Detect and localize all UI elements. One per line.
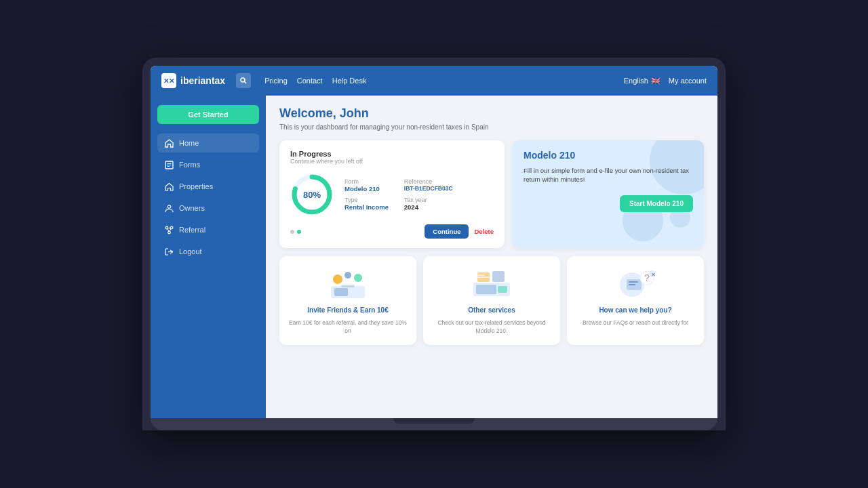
referral-icon	[164, 225, 174, 235]
delete-button[interactable]: Delete	[474, 228, 494, 235]
sidebar-referral-label: Referral	[179, 226, 205, 234]
sidebar: Get Started Home	[151, 96, 266, 418]
help-illustration: ? ✕	[612, 266, 659, 301]
sidebar-properties-label: Properties	[179, 182, 213, 190]
sidebar-forms-label: Forms	[179, 161, 200, 169]
help-card: ? ✕ How can we help you? Browse our FAQs…	[567, 256, 704, 345]
card-actions: Continue Delete	[290, 224, 494, 239]
svg-rect-19	[334, 288, 348, 296]
search-button[interactable]	[236, 73, 251, 88]
svg-line-1	[245, 82, 247, 84]
svg-point-8	[170, 226, 173, 229]
status-sublabel: Continue where you left off	[290, 158, 494, 165]
language-selector[interactable]: English 🇬🇧	[624, 77, 660, 85]
nav-pricing[interactable]: Pricing	[264, 77, 288, 85]
svg-line-11	[167, 228, 169, 231]
in-progress-card: In Progress Continue where you left off	[279, 140, 505, 248]
type-detail: Type Rental Income	[344, 197, 393, 211]
nav-links: Pricing Contact Help Desk	[264, 77, 366, 85]
my-account-button[interactable]: My account	[669, 77, 707, 85]
owners-icon	[164, 203, 174, 213]
svg-text:✕: ✕	[651, 272, 656, 278]
bottom-cards-row: Invite Friends & Earn 10€ Earn 10€ for e…	[279, 256, 704, 345]
sidebar-item-logout[interactable]: Logout	[157, 242, 259, 261]
svg-text:?: ?	[644, 272, 650, 283]
referral-card-title: Invite Friends & Earn 10€	[307, 306, 389, 314]
logo: ✕✕ iberiantax	[161, 73, 225, 88]
services-card: Other services Check out our tax-related…	[423, 256, 560, 345]
svg-line-12	[170, 228, 171, 231]
main-content: Welcome, John This is your dashboard for…	[266, 96, 717, 418]
progress-row: 80% Form Modelo 210 Reference	[290, 173, 494, 216]
nav-contact[interactable]: Contact	[297, 77, 323, 85]
help-card-desc: Browse our FAQs or reach out directly fo…	[583, 319, 688, 327]
continue-button[interactable]: Continue	[425, 224, 469, 239]
svg-point-20	[333, 274, 342, 284]
header-right: English 🇬🇧 My account	[624, 77, 707, 85]
sidebar-item-forms[interactable]: Forms	[157, 155, 259, 174]
circular-progress: 80%	[290, 173, 334, 216]
sidebar-home-label: Home	[179, 139, 199, 147]
svg-rect-34	[629, 284, 635, 285]
svg-rect-33	[629, 281, 638, 283]
app-header: ✕✕ iberiantax Pricing Contact Help Desk	[151, 66, 717, 96]
progress-percent: 80%	[303, 190, 321, 200]
svg-rect-28	[492, 271, 505, 282]
tax-year-detail: Tax year 2024	[404, 197, 453, 211]
referral-illustration	[324, 266, 372, 301]
sidebar-item-owners[interactable]: Owners	[157, 199, 259, 218]
lang-label: English	[624, 77, 648, 85]
svg-rect-22	[341, 285, 355, 287]
sidebar-owners-label: Owners	[179, 204, 205, 212]
dot-1	[290, 230, 294, 234]
sidebar-item-referral[interactable]: Referral	[157, 220, 259, 239]
svg-rect-26	[498, 286, 507, 293]
start-modelo-button[interactable]: Start Modelo 210	[620, 195, 693, 212]
sidebar-item-properties[interactable]: Properties	[157, 177, 259, 196]
svg-point-6	[167, 205, 170, 207]
referral-card: Invite Friends & Earn 10€ Earn 10€ for e…	[279, 256, 416, 345]
logo-text: iberiantax	[180, 75, 225, 86]
modelo-card: Modelo 210 Fill in our simple form and e…	[513, 140, 704, 248]
svg-point-23	[344, 272, 351, 279]
forms-icon	[164, 160, 174, 169]
main-layout: Get Started Home	[151, 96, 717, 418]
nav-helpdesk[interactable]: Help Desk	[332, 77, 367, 85]
logo-icon: ✕✕	[161, 73, 176, 88]
dot-indicators	[290, 230, 301, 234]
svg-point-21	[354, 274, 362, 282]
form-label-text: Form Modelo 210	[344, 178, 393, 192]
home-icon	[164, 138, 174, 148]
flag-icon: 🇬🇧	[651, 77, 660, 85]
logout-icon	[164, 247, 174, 256]
modelo-desc: Fill in our simple form and e-file your …	[524, 166, 693, 184]
svg-point-0	[241, 78, 245, 82]
welcome-subtitle: This is your dashboard for managing your…	[279, 123, 704, 131]
properties-icon	[164, 182, 174, 191]
referral-card-desc: Earn 10€ for each referral, and they sav…	[288, 319, 408, 336]
get-started-button[interactable]: Get Started	[157, 105, 259, 124]
dot-2	[297, 230, 301, 234]
services-card-desc: Check out our tax-related services beyon…	[431, 319, 552, 336]
welcome-title: Welcome, John	[279, 106, 704, 121]
svg-point-9	[167, 231, 170, 234]
reference-detail: Reference IBT-B1EDCFB03C	[404, 178, 453, 192]
sidebar-item-home[interactable]: Home	[157, 134, 259, 152]
status-label: In Progress	[290, 150, 494, 158]
sidebar-logout-label: Logout	[179, 247, 202, 256]
form-details: Form Modelo 210 Reference IBT-B1EDCFB03C…	[344, 178, 453, 211]
svg-point-7	[165, 226, 168, 229]
modelo-title: Modelo 210	[524, 150, 693, 161]
services-card-title: Other services	[468, 306, 515, 314]
services-illustration	[468, 266, 515, 301]
header-left: ✕✕ iberiantax Pricing Contact Help Desk	[161, 73, 366, 88]
help-card-title: How can we help you?	[599, 306, 671, 314]
svg-rect-25	[476, 285, 496, 294]
card-status-header: In Progress Continue where you left off	[290, 150, 494, 165]
top-cards-row: In Progress Continue where you left off	[279, 140, 704, 248]
